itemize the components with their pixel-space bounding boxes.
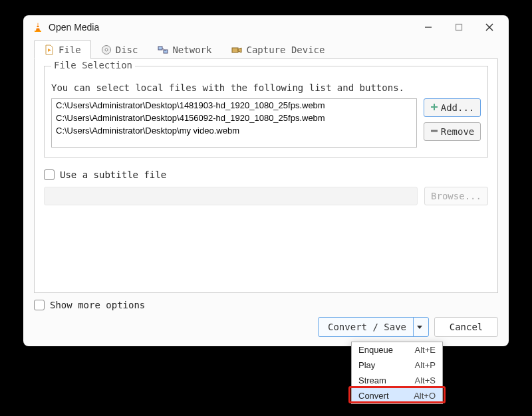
tab-network[interactable]: Network (148, 40, 221, 59)
window-controls (413, 17, 505, 38)
svg-point-10 (105, 49, 108, 51)
remove-button[interactable]: Remove (424, 122, 481, 141)
tab-label: Network (172, 45, 211, 55)
subtitle-checkbox-label: Use a subtitle file (60, 169, 166, 180)
convert-save-label: Convert / Save (328, 322, 406, 332)
add-label: Add... (441, 102, 475, 113)
list-item[interactable]: C:\Users\Administrator\Desktop\1481903-h… (52, 99, 416, 112)
file-icon (44, 45, 55, 55)
show-more-label: Show more options (50, 300, 145, 310)
convert-save-menu: Enqueue Alt+E Play Alt+P Stream Alt+S Co… (351, 342, 443, 404)
remove-label: Remove (441, 126, 475, 137)
show-more-checkbox[interactable] (34, 300, 45, 310)
svg-rect-2 (37, 25, 39, 26)
svg-rect-11 (158, 47, 162, 50)
tab-label: Disc (116, 45, 138, 55)
tab-panel-file: File Selection You can select local file… (34, 59, 498, 293)
list-item[interactable]: C:\Users\Administrator\Desktop\4156092-h… (52, 112, 416, 124)
subtitle-path-input (44, 187, 418, 205)
add-button[interactable]: Add... (424, 98, 481, 117)
menu-shortcut: Alt+P (415, 360, 436, 370)
window-title: Open Media (49, 22, 413, 33)
menu-label: Convert (358, 391, 414, 401)
list-item[interactable]: C:\Users\Administrator\Desktop\my video.… (52, 124, 416, 137)
convert-save-dropdown-caret[interactable] (414, 318, 426, 336)
subtitle-browse-row: Browse... (44, 187, 488, 205)
cancel-label: Cancel (450, 322, 483, 332)
svg-marker-0 (36, 23, 40, 31)
subtitle-checkbox-row: Use a subtitle file (44, 169, 488, 180)
svg-rect-1 (35, 31, 41, 32)
tab-label: File (59, 45, 81, 55)
tabs: File Disc Network Capture Device (34, 39, 498, 59)
subtitle-checkbox[interactable] (44, 169, 55, 180)
convert-save-button[interactable]: Convert / Save (318, 317, 429, 337)
menu-shortcut: Alt+E (415, 345, 436, 355)
menu-label: Enqueue (358, 345, 415, 355)
menu-item-play[interactable]: Play Alt+P (352, 358, 442, 373)
tab-disc[interactable]: Disc (91, 40, 148, 59)
svg-rect-14 (232, 48, 238, 52)
browse-button: Browse... (424, 187, 488, 205)
minimize-button[interactable] (413, 17, 444, 38)
tab-capture-device[interactable]: Capture Device (221, 40, 334, 59)
file-selection-legend: File Selection (51, 60, 135, 70)
vlc-cone-icon (33, 22, 43, 33)
menu-label: Play (358, 360, 415, 370)
open-media-dialog: Open Media File Disc (23, 15, 509, 346)
dialog-footer: Show more options (34, 300, 498, 310)
browse-label: Browse... (431, 191, 481, 201)
svg-rect-3 (37, 27, 40, 29)
svg-marker-19 (417, 326, 422, 329)
close-button[interactable] (474, 17, 505, 38)
svg-rect-5 (456, 25, 462, 31)
disc-icon (101, 45, 112, 55)
tab-label: Capture Device (246, 45, 325, 55)
file-list[interactable]: C:\Users\Administrator\Desktop\1481903-h… (51, 98, 417, 148)
minus-icon (430, 126, 438, 137)
svg-rect-12 (164, 50, 168, 53)
titlebar: Open Media (23, 15, 509, 39)
menu-item-stream[interactable]: Stream Alt+S (352, 373, 442, 388)
maximize-button[interactable] (444, 17, 474, 38)
svg-marker-15 (238, 48, 241, 52)
file-selection-help: You can select local files with the foll… (51, 82, 481, 93)
dialog-actions: Convert / Save Cancel (34, 317, 498, 337)
menu-shortcut: Alt+O (414, 391, 436, 401)
menu-shortcut: Alt+S (415, 375, 436, 385)
plus-icon (430, 102, 438, 113)
tab-file[interactable]: File (34, 40, 91, 59)
menu-item-convert[interactable]: Convert Alt+O (352, 388, 442, 403)
menu-item-enqueue[interactable]: Enqueue Alt+E (352, 342, 442, 358)
cancel-button[interactable]: Cancel (434, 317, 498, 337)
menu-label: Stream (358, 375, 415, 385)
capture-icon (231, 45, 242, 55)
file-selection-group: File Selection You can select local file… (44, 66, 488, 157)
network-icon (158, 45, 168, 55)
